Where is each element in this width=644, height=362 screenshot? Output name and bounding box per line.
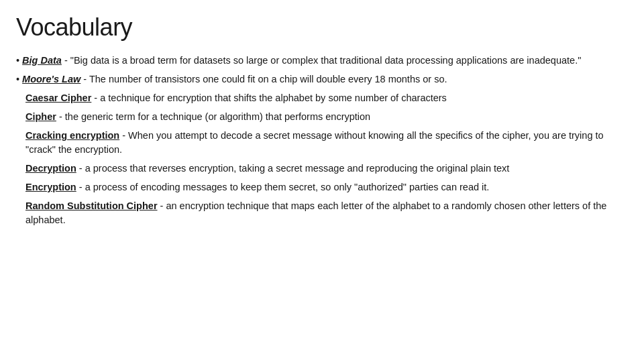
page-title: Vocabulary	[16, 13, 628, 42]
separator: -	[76, 163, 85, 174]
list-item: Cipher - the generic term for a techniqu…	[16, 110, 628, 124]
separator: -	[76, 182, 85, 192]
definition-big-data: "Big data is a broad term for datasets s…	[70, 55, 582, 66]
term-cracking-encryption: Cracking encryption	[25, 130, 119, 141]
term-decryption: Decryption	[25, 163, 76, 174]
vocab-entry: Moore's Law - The number of transistors …	[22, 72, 447, 86]
separator: -	[62, 55, 70, 66]
definition-caesar-cipher: a technique for encryption that shifts t…	[100, 93, 447, 103]
separator: -	[56, 111, 65, 122]
page: Vocabulary • Big Data - "Big data is a b…	[0, 0, 644, 362]
vocab-list: • Big Data - "Big data is a broad term f…	[16, 54, 628, 227]
vocab-entry: Big Data - "Big data is a broad term for…	[22, 54, 581, 68]
term-caesar-cipher: Caesar Cipher	[25, 93, 91, 103]
term-random-substitution-cipher: Random Substitution Cipher	[25, 200, 158, 211]
list-item: Encryption - a process of encoding messa…	[16, 180, 628, 194]
definition-encryption: a process of encoding messages to keep t…	[85, 182, 490, 192]
definition-moores-law: The number of transistors one could fit …	[89, 74, 447, 84]
separator: -	[80, 74, 89, 84]
definition-cipher: the generic term for a technique (or alg…	[65, 111, 370, 122]
separator: -	[91, 93, 100, 103]
separator: -	[158, 200, 166, 211]
bullet-symbol: •	[16, 54, 19, 68]
list-item: Decryption - a process that reverses enc…	[16, 162, 628, 176]
list-item: • Big Data - "Big data is a broad term f…	[16, 54, 628, 68]
list-item: Caesar Cipher - a technique for encrypti…	[16, 91, 628, 105]
bullet-symbol: •	[16, 72, 19, 86]
term-cipher: Cipher	[25, 111, 56, 122]
separator: -	[119, 130, 128, 141]
term-moores-law: Moore's Law	[22, 74, 80, 84]
list-item: Random Substitution Cipher - an encrypti…	[16, 199, 628, 227]
list-item: • Moore's Law - The number of transistor…	[16, 72, 628, 86]
term-encryption: Encryption	[25, 182, 76, 192]
definition-decryption: a process that reverses encryption, taki…	[85, 163, 510, 174]
list-item: Cracking encryption - When you attempt t…	[16, 129, 628, 157]
term-big-data: Big Data	[22, 55, 62, 66]
